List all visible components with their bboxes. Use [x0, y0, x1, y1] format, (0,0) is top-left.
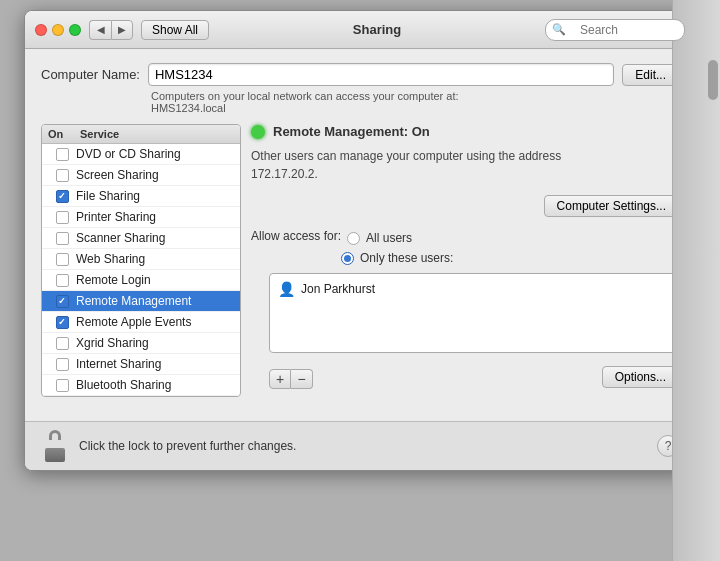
- lock-body: [45, 448, 65, 462]
- service-name-scanner: Scanner Sharing: [76, 231, 165, 245]
- header-on: On: [48, 128, 80, 140]
- checkbox-remote-mgmt[interactable]: [56, 295, 69, 308]
- checkbox-scanner[interactable]: [56, 232, 69, 245]
- search-input[interactable]: [566, 23, 666, 37]
- access-section: Allow access for: All users Only these u…: [251, 229, 679, 265]
- sidebar-right: [672, 0, 720, 561]
- checkbox-web[interactable]: [56, 253, 69, 266]
- service-item-screen[interactable]: Screen Sharing: [42, 165, 240, 186]
- computer-name-row: Computer Name: Edit...: [41, 63, 679, 86]
- service-list-header: On Service: [42, 125, 240, 144]
- computer-name-input[interactable]: [148, 63, 614, 86]
- remove-user-button[interactable]: −: [291, 369, 313, 389]
- service-name-screen: Screen Sharing: [76, 168, 159, 182]
- lock-label: Click the lock to prevent further change…: [79, 439, 296, 453]
- add-user-button[interactable]: +: [269, 369, 291, 389]
- service-item-xgrid[interactable]: Xgrid Sharing: [42, 333, 240, 354]
- user-row[interactable]: 👤 Jon Parkhurst: [274, 278, 674, 300]
- search-field[interactable]: 🔍: [545, 19, 685, 41]
- access-label: Allow access for:: [251, 229, 341, 243]
- service-name-dvd: DVD or CD Sharing: [76, 147, 181, 161]
- service-item-internet[interactable]: Internet Sharing: [42, 354, 240, 375]
- lock-icon[interactable]: [41, 430, 69, 462]
- maximize-button[interactable]: [69, 24, 81, 36]
- status-description: Other users can manage your computer usi…: [251, 147, 679, 183]
- status-text: Remote Management: On: [273, 124, 430, 139]
- checkbox-printer[interactable]: [56, 211, 69, 224]
- header-service: Service: [80, 128, 119, 140]
- checkbox-file[interactable]: [56, 190, 69, 203]
- status-indicator: [251, 125, 265, 139]
- service-name-remote-mgmt: Remote Management: [76, 294, 191, 308]
- service-list: DVD or CD Sharing Screen Sharing File Sh…: [42, 144, 240, 396]
- search-icon: 🔍: [552, 23, 566, 36]
- checkbox-bluetooth[interactable]: [56, 379, 69, 392]
- options-button[interactable]: Options...: [602, 366, 679, 388]
- service-item-remote-events[interactable]: Remote Apple Events: [42, 312, 240, 333]
- nav-buttons: ◀ ▶: [89, 20, 133, 40]
- checkbox-xgrid[interactable]: [56, 337, 69, 350]
- service-item-scanner[interactable]: Scanner Sharing: [42, 228, 240, 249]
- service-item-file[interactable]: File Sharing: [42, 186, 240, 207]
- window-title: Sharing: [217, 22, 537, 37]
- back-button[interactable]: ◀: [89, 20, 111, 40]
- service-name-remote-login: Remote Login: [76, 273, 151, 287]
- service-item-dvd[interactable]: DVD or CD Sharing: [42, 144, 240, 165]
- checkbox-screen[interactable]: [56, 169, 69, 182]
- list-controls: + −: [269, 369, 313, 389]
- radio-only-label: Only these users:: [360, 251, 453, 265]
- content-area: Computer Name: Edit... Computers on your…: [25, 49, 695, 411]
- service-panel: On Service DVD or CD Sharing Screen Shar…: [41, 124, 241, 397]
- service-name-file: File Sharing: [76, 189, 140, 203]
- service-name-internet: Internet Sharing: [76, 357, 161, 371]
- user-icon: 👤: [278, 281, 295, 297]
- radio-all[interactable]: [347, 232, 360, 245]
- user-name: Jon Parkhurst: [301, 282, 375, 296]
- list-controls-row: + − Options...: [251, 365, 679, 389]
- show-all-button[interactable]: Show All: [141, 20, 209, 40]
- checkbox-remote-events[interactable]: [56, 316, 69, 329]
- computer-settings-button[interactable]: Computer Settings...: [544, 195, 679, 217]
- radio-all-label: All users: [366, 231, 412, 245]
- computer-name-hint: Computers on your local network can acce…: [151, 90, 679, 114]
- service-item-remote-login[interactable]: Remote Login: [42, 270, 240, 291]
- service-name-printer: Printer Sharing: [76, 210, 156, 224]
- service-name-web: Web Sharing: [76, 252, 145, 266]
- service-item-bluetooth[interactable]: Bluetooth Sharing: [42, 375, 240, 396]
- close-button[interactable]: [35, 24, 47, 36]
- traffic-lights: [35, 24, 81, 36]
- checkbox-dvd[interactable]: [56, 148, 69, 161]
- scroll-indicator: [708, 60, 718, 100]
- service-item-printer[interactable]: Printer Sharing: [42, 207, 240, 228]
- two-column-layout: On Service DVD or CD Sharing Screen Shar…: [41, 124, 679, 397]
- users-list: 👤 Jon Parkhurst: [269, 273, 679, 353]
- service-name-bluetooth: Bluetooth Sharing: [76, 378, 171, 392]
- service-name-remote-events: Remote Apple Events: [76, 315, 191, 329]
- computer-name-label: Computer Name:: [41, 67, 140, 82]
- lock-shackle: [49, 430, 61, 440]
- status-row: Remote Management: On: [251, 124, 679, 139]
- radio-only[interactable]: [341, 252, 354, 265]
- checkbox-remote-login[interactable]: [56, 274, 69, 287]
- bottom-bar: Click the lock to prevent further change…: [25, 421, 695, 470]
- window: ◀ ▶ Show All Sharing 🔍 Computer Name: Ed…: [24, 10, 696, 471]
- service-item-remote-mgmt[interactable]: Remote Management: [42, 291, 240, 312]
- detail-panel: Remote Management: On Other users can ma…: [251, 124, 679, 397]
- edit-button[interactable]: Edit...: [622, 64, 679, 86]
- titlebar: ◀ ▶ Show All Sharing 🔍: [25, 11, 695, 49]
- checkbox-internet[interactable]: [56, 358, 69, 371]
- forward-button[interactable]: ▶: [111, 20, 133, 40]
- service-item-web[interactable]: Web Sharing: [42, 249, 240, 270]
- minimize-button[interactable]: [52, 24, 64, 36]
- radio-all-row: All users: [347, 231, 412, 245]
- service-name-xgrid: Xgrid Sharing: [76, 336, 149, 350]
